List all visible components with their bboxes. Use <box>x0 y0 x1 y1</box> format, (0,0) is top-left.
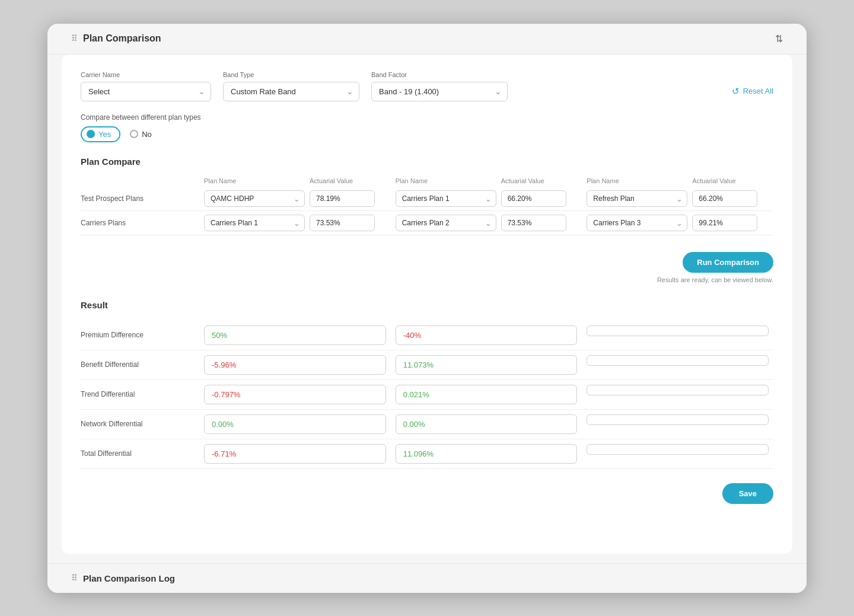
trend-differential-val1: -0.797% <box>204 385 386 404</box>
row2-col3-plan-select[interactable]: Carriers Plan 3 <box>587 215 687 231</box>
benefit-differential-label: Benefit Differential <box>81 350 199 380</box>
band-type-select[interactable]: Custom Rate Band <box>223 82 359 101</box>
total-differential-col3 <box>582 439 773 469</box>
trend-differential-label: Trend Differential <box>81 380 199 410</box>
reset-all-button[interactable]: ↺ Reset All <box>732 86 773 101</box>
trend-differential-col2: 0.021% <box>391 380 582 410</box>
row2-col2-cell: Carriers Plan 2 <box>391 211 582 235</box>
drag-handle-icon: ⠿ <box>71 34 77 43</box>
benefit-differential-val3 <box>587 355 769 366</box>
save-row: Save <box>81 483 773 504</box>
benefit-differential-val1: -5.96% <box>204 355 386 375</box>
total-differential-col2: 11.096% <box>391 439 582 469</box>
row1-col2-plan-select[interactable]: Carriers Plan 1 <box>396 190 496 207</box>
row1-col3-plan-select[interactable]: Refresh Plan <box>587 190 687 207</box>
premium-difference-val2: -40% <box>396 325 578 345</box>
plan-compare-headers: Plan Name Actuarial Value Plan Name Actu… <box>81 177 773 184</box>
total-differential-val3 <box>587 444 769 455</box>
plan-compare-section: Plan Compare Plan Name Actuarial Value P… <box>81 157 773 235</box>
total-differential-val2: 11.096% <box>396 444 578 464</box>
carrier-name-group: Carrier Name Select <box>81 71 211 101</box>
no-radio-dot <box>130 130 138 138</box>
row2-col1-actuarial-input[interactable] <box>310 215 375 231</box>
row2-col3-cell: Carriers Plan 3 <box>582 211 773 235</box>
reset-all-label: Reset All <box>743 87 773 95</box>
premium-difference-col3 <box>582 321 773 350</box>
network-differential-col3 <box>582 410 773 439</box>
band-factor-group: Band Factor Band - 19 (1.400) <box>371 71 508 101</box>
band-type-label: Band Type <box>223 71 359 78</box>
trend-differential-val3 <box>587 385 769 395</box>
row2-col1-plan-select[interactable]: Carriers Plan 1 <box>204 215 305 231</box>
band-factor-select[interactable]: Band - 19 (1.400) <box>371 82 508 101</box>
row1-col2-cell: Carriers Plan 1 <box>391 187 582 211</box>
footer-bar: ⠿ Plan Comparison Log <box>47 563 807 593</box>
network-differential-label: Network Differential <box>81 410 199 439</box>
col1-plan-name-label: Plan Name <box>204 177 305 184</box>
band-type-group: Band Type Custom Rate Band <box>223 71 359 101</box>
radio-group: Yes No <box>81 126 773 142</box>
col2-plan-name-label: Plan Name <box>396 177 496 184</box>
col-header-3: Plan Name Actuarial Value <box>582 177 773 184</box>
row1-col1-actuarial-input[interactable] <box>310 190 375 207</box>
row-label-carriers: Carriers Plans <box>81 211 199 235</box>
col-header-1: Plan Name Actuarial Value <box>199 177 391 184</box>
trend-differential-col1: -0.797% <box>199 380 391 410</box>
filter-icon[interactable]: ⇅ <box>775 33 783 44</box>
run-comparison-button[interactable]: Run Comparison <box>683 252 773 273</box>
premium-difference-val3 <box>587 325 769 336</box>
total-differential-val1: -6.71% <box>204 444 386 464</box>
yes-radio-dot <box>87 130 95 138</box>
premium-difference-col1: 50% <box>199 321 391 350</box>
compare-between-label: Compare between different plan types <box>81 113 773 122</box>
row1-col3-actuarial-input[interactable] <box>692 190 757 207</box>
premium-difference-col2: -40% <box>391 321 582 350</box>
carrier-name-label: Carrier Name <box>81 71 211 78</box>
col-header-2: Plan Name Actuarial Value <box>391 177 582 184</box>
network-differential-val2: 0.00% <box>396 414 578 434</box>
no-radio[interactable]: No <box>130 130 152 139</box>
compare-between-section: Compare between different plan types Yes… <box>81 113 773 142</box>
trend-differential-col3 <box>582 380 773 410</box>
network-differential-val1: 0.00% <box>204 414 386 434</box>
save-button[interactable]: Save <box>722 483 773 504</box>
network-differential-col2: 0.00% <box>391 410 582 439</box>
result-title: Result <box>81 300 773 310</box>
col1-actuarial-label: Actuarial Value <box>310 177 375 184</box>
footer-title: Plan Comparison Log <box>83 573 175 583</box>
row2-col1-cell: Carriers Plan 1 <box>199 211 391 235</box>
row2-col2-actuarial-input[interactable] <box>501 215 566 231</box>
plan-compare-title: Plan Compare <box>81 157 773 167</box>
row2-col2-plan-select[interactable]: Carriers Plan 2 <box>396 215 496 231</box>
row1-col1-plan-select[interactable]: QAMC HDHP <box>204 190 305 207</box>
total-differential-label: Total Differential <box>81 439 199 469</box>
benefit-differential-col2: 11.073% <box>391 350 582 380</box>
page-title: Plan Comparison <box>83 33 161 44</box>
trend-differential-val2: 0.021% <box>396 385 578 404</box>
col2-actuarial-label: Actuarial Value <box>501 177 566 184</box>
benefit-differential-col3 <box>582 350 773 380</box>
carrier-name-select[interactable]: Select <box>81 82 211 101</box>
premium-difference-label: Premium Difference <box>81 321 199 350</box>
benefit-differential-col1: -5.96% <box>199 350 391 380</box>
network-differential-val3 <box>587 414 769 425</box>
row2-col3-actuarial-input[interactable] <box>692 215 757 231</box>
row1-col1-cell: QAMC HDHP <box>199 187 391 211</box>
reset-icon: ↺ <box>732 86 740 97</box>
footer-drag-icon: ⠿ <box>71 573 77 583</box>
total-differential-col1: -6.71% <box>199 439 391 469</box>
row1-col3-cell: Refresh Plan <box>582 187 773 211</box>
premium-difference-val1: 50% <box>204 325 386 345</box>
benefit-differential-val2: 11.073% <box>396 355 578 375</box>
yes-radio-label: Yes <box>98 130 111 139</box>
band-factor-label: Band Factor <box>371 71 508 78</box>
plan-compare-grid: Test Prospect Plans QAMC HDHP Carriers P… <box>81 187 773 235</box>
row-label-test-prospect: Test Prospect Plans <box>81 187 199 211</box>
row1-col2-actuarial-input[interactable] <box>501 190 566 207</box>
yes-radio[interactable]: Yes <box>81 126 120 142</box>
result-section: Result Premium Difference 50% -40% Benef… <box>81 300 773 469</box>
no-radio-label: No <box>142 130 152 139</box>
col3-plan-name-label: Plan Name <box>587 177 687 184</box>
result-grid: Premium Difference 50% -40% Benefit Diff… <box>81 321 773 469</box>
run-comparison-section: Run Comparison Results are ready, can be… <box>81 252 773 283</box>
